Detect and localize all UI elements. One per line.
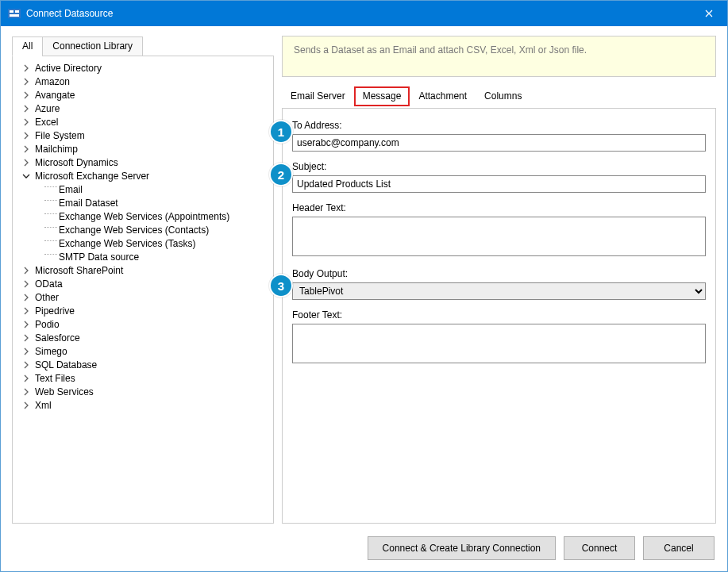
svg-rect-3	[10, 14, 19, 17]
chevron-down-icon	[22, 171, 33, 182]
chevron-right-icon	[22, 117, 33, 128]
tree-item[interactable]: Email Dataset	[16, 196, 270, 209]
subject-label: Subject:	[292, 161, 706, 172]
chevron-right-icon	[22, 400, 33, 411]
dialog-window: Connect Datasource All Connection Librar…	[0, 0, 728, 572]
tree-item[interactable]: Microsoft Dynamics	[16, 155, 270, 169]
header-text-input[interactable]	[292, 217, 706, 256]
content: All Connection Library Active DirectoryA…	[1, 26, 727, 571]
annotation-marker-1: 1	[269, 120, 293, 144]
chevron-right-icon	[22, 292, 33, 303]
form-panel: To Address: Subject: Header Text: Body O…	[282, 109, 716, 524]
tree-item[interactable]: Mailchimp	[16, 142, 270, 155]
chevron-right-icon	[22, 265, 33, 276]
tree-item[interactable]: Other	[16, 290, 270, 304]
chevron-right-icon	[22, 130, 33, 141]
to-address-input[interactable]	[292, 134, 706, 152]
chevron-right-icon	[22, 63, 33, 74]
chevron-right-icon	[22, 305, 33, 317]
tree-item[interactable]: Web Services	[16, 385, 270, 398]
tree-item[interactable]: Microsoft Exchange Server	[16, 169, 270, 182]
tree-item[interactable]: Exchange Web Services (Tasks)	[16, 236, 270, 250]
tree-item[interactable]: Pipedrive	[16, 304, 270, 317]
tree-item[interactable]: OData	[16, 277, 270, 290]
app-icon	[7, 7, 21, 20]
chevron-right-icon	[22, 346, 33, 357]
hint-text: Sends a Dataset as an Email and attach C…	[282, 36, 716, 77]
tree-item[interactable]: Active Directory	[16, 61, 270, 75]
connect-create-library-button[interactable]: Connect & Create Library Connection	[368, 536, 556, 560]
body-output-label: Body Output:	[292, 268, 706, 279]
tree-item[interactable]: Salesforce	[16, 331, 270, 344]
right-column: Sends a Dataset as an Email and attach C…	[282, 36, 716, 524]
tree-item[interactable]: Amazon	[16, 75, 270, 88]
datasource-tree[interactable]: Active DirectoryAmazonAvangateAzureExcel…	[12, 56, 274, 524]
tree-item[interactable]: Email	[16, 182, 270, 196]
tree-connector-icon	[44, 227, 57, 228]
chevron-right-icon	[22, 386, 33, 397]
tree-item[interactable]: Podio	[16, 317, 270, 331]
titlebar: Connect Datasource	[1, 1, 727, 26]
to-address-label: To Address:	[292, 120, 706, 131]
tree-item[interactable]: File System	[16, 129, 270, 142]
subject-input[interactable]	[292, 175, 706, 193]
tree-connector-icon	[44, 254, 57, 255]
buttons-row: Connect & Create Library Connection Conn…	[12, 524, 716, 560]
chevron-right-icon	[22, 278, 33, 290]
tree-item[interactable]: Excel	[16, 115, 270, 129]
tab-message[interactable]: Message	[354, 86, 410, 106]
chevron-right-icon	[22, 103, 33, 114]
cancel-button[interactable]: Cancel	[643, 536, 715, 560]
tree-item[interactable]: Exchange Web Services (Contacts)	[16, 223, 270, 236]
tab-connection-library[interactable]: Connection Library	[42, 36, 143, 56]
tree-item[interactable]: Azure	[16, 102, 270, 115]
tree-item[interactable]: Microsoft SharePoint	[16, 263, 270, 277]
tree-connector-icon	[44, 200, 57, 201]
chevron-right-icon	[22, 332, 33, 344]
tree-connector-icon	[44, 213, 57, 214]
tree-connector-icon	[44, 240, 57, 241]
chevron-right-icon	[22, 359, 33, 370]
tree-item[interactable]: Xml	[16, 398, 270, 412]
svg-rect-2	[15, 10, 19, 13]
chevron-right-icon	[22, 373, 33, 384]
tree-item[interactable]: Exchange Web Services (Appointments)	[16, 209, 270, 223]
tab-columns[interactable]: Columns	[476, 86, 530, 106]
tree-item[interactable]: Text Files	[16, 371, 270, 385]
config-tabs: Email ServerMessageAttachmentColumns	[282, 86, 716, 106]
footer-text-input[interactable]	[292, 324, 706, 363]
footer-text-label: Footer Text:	[292, 309, 706, 321]
header-text-label: Header Text:	[292, 202, 706, 213]
tree-connector-icon	[44, 186, 57, 187]
left-tabs: All Connection Library	[12, 36, 274, 56]
chevron-right-icon	[22, 90, 33, 101]
close-button[interactable]	[691, 1, 727, 26]
tree-item[interactable]: SMTP Data source	[16, 250, 270, 263]
annotation-marker-2: 2	[269, 163, 293, 186]
svg-rect-1	[10, 10, 13, 13]
chevron-right-icon	[22, 319, 33, 330]
body-output-select[interactable]: TablePivot	[292, 282, 706, 300]
chevron-right-icon	[22, 76, 33, 87]
tree-item[interactable]: Simego	[16, 344, 270, 358]
chevron-right-icon	[22, 144, 33, 155]
titlebar-text: Connect Datasource	[26, 8, 691, 19]
tab-email-server[interactable]: Email Server	[282, 86, 354, 106]
tab-all[interactable]: All	[12, 36, 43, 56]
svg-rect-0	[8, 9, 21, 18]
tree-item[interactable]: Avangate	[16, 88, 270, 102]
annotation-marker-3: 3	[269, 274, 293, 298]
chevron-right-icon	[22, 157, 33, 168]
left-column: All Connection Library Active DirectoryA…	[12, 36, 274, 524]
tab-attachment[interactable]: Attachment	[410, 86, 476, 106]
tree-item[interactable]: SQL Database	[16, 358, 270, 371]
connect-button[interactable]: Connect	[564, 536, 635, 560]
